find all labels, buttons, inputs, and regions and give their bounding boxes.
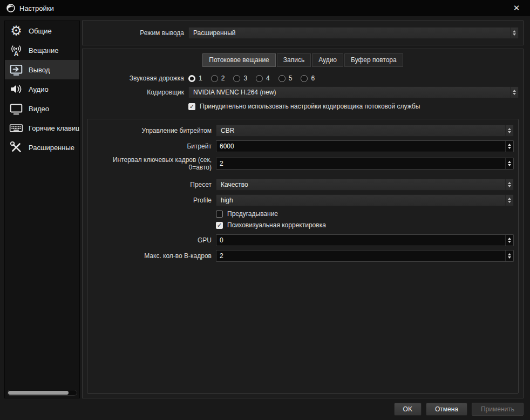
sidebar-item-advanced[interactable]: Расширенные [5,138,79,157]
max-bframes-label: Макс. кол-во B-кадров [92,252,212,260]
dialog-footer: OK Отмена Применить [0,398,530,420]
output-tabs: Потоковое вещание Запись Аудио Буфер пов… [83,53,523,67]
psycho-visual-checkbox[interactable]: ✓ [216,222,223,229]
lookahead-checkbox[interactable] [216,211,223,218]
psycho-visual-checkbox-row: ✓ Психовизуальная корректировка [216,221,514,229]
preset-label: Пресет [92,181,212,188]
spinner-arrows-icon[interactable] [505,235,513,246]
audio-track-1-radio[interactable]: 1 [188,74,202,82]
gpu-spinner[interactable]: 0 [216,234,514,246]
preset-select[interactable]: Качество [216,179,514,191]
keyframe-interval-row: Интервал ключевых кадров (сек, 0=авто) 2 [92,156,514,171]
audio-track-4-radio[interactable]: 4 [256,74,270,82]
profile-select[interactable]: high [216,194,514,206]
sidebar-item-audio[interactable]: Аудио [5,79,79,99]
sidebar-item-general[interactable]: ⚙ Общие [5,21,79,40]
audio-track-radios: 1 2 3 4 5 6 [188,74,315,82]
audio-track-row: Звуковая дорожка 1 2 3 4 5 6 [83,74,523,82]
apply-button[interactable]: Применить [472,403,524,416]
max-bframes-row: Макс. кол-во B-кадров 2 [92,250,514,262]
combo-arrows-icon [505,125,513,136]
svg-text:А: А [14,50,19,57]
combo-arrows-icon [510,28,518,38]
lookahead-checkbox-row: Предугадывание [216,210,514,218]
tab-streaming[interactable]: Потоковое вещание [202,53,276,67]
output-settings-panel: Потоковое вещание Запись Аудио Буфер пов… [82,49,524,398]
broadcast-icon: А [8,43,24,58]
check-icon: ✓ [189,104,194,110]
combo-arrows-icon [505,195,513,206]
output-mode-select[interactable]: Расширенный [188,27,519,39]
output-mode-label: Режим вывода [83,29,184,37]
encoder-label: Кодировщик [83,89,184,96]
cancel-button[interactable]: Отмена [426,403,467,416]
combo-arrows-icon [510,87,518,98]
enforce-settings-checkbox-row: ✓ Принудительно использовать настройки к… [188,103,523,110]
keyframe-interval-spinner[interactable]: 2 [216,158,514,170]
output-icon [8,62,24,77]
speaker-icon [8,82,24,97]
max-bframes-spinner[interactable]: 2 [216,250,514,262]
keyboard-icon [8,120,24,136]
keyframe-interval-label: Интервал ключевых кадров (сек, 0=авто) [92,156,212,171]
encoder-row: Кодировщик NVIDIA NVENC H.264 (new) [83,86,523,98]
spinner-arrows-icon[interactable] [505,141,513,152]
settings-nav: ⚙ Общие А Вещание [4,21,80,398]
enforce-settings-checkbox[interactable]: ✓ [188,103,195,110]
rate-control-select[interactable]: CBR [216,125,514,137]
settings-window: Настройки ✕ ⚙ Общие А [0,0,530,420]
encoder-select[interactable]: NVIDIA NVENC H.264 (new) [188,86,519,98]
preset-row: Пресет Качество [92,179,514,191]
tab-replay-buffer[interactable]: Буфер повтора [344,53,403,67]
audio-track-3-radio[interactable]: 3 [233,74,247,82]
output-mode-panel: Режим вывода Расширенный [82,21,524,45]
combo-arrows-icon [505,179,513,190]
audio-track-label: Звуковая дорожка [83,74,184,82]
audio-track-5-radio[interactable]: 5 [278,74,293,82]
sidebar-item-video[interactable]: Видео [5,99,79,118]
audio-track-2-radio[interactable]: 2 [211,74,225,82]
spinner-arrows-icon[interactable] [505,250,513,261]
sidebar-item-hotkeys[interactable]: Горячие клавиши [5,118,79,138]
enforce-settings-label: Принудительно использовать настройки код… [200,103,420,110]
monitor-icon [8,101,24,116]
sidebar-horizontal-scrollbar[interactable] [7,390,77,396]
output-mode-row: Режим вывода Расширенный [83,27,523,39]
lookahead-label: Предугадывание [227,210,278,218]
profile-label: Profile [92,197,212,204]
spinner-arrows-icon[interactable] [505,158,513,169]
obs-logo-icon [6,4,15,12]
gpu-label: GPU [92,236,212,244]
title-bar: Настройки ✕ [0,0,530,16]
ok-button[interactable]: OK [394,403,422,416]
check-icon: ✓ [217,222,222,228]
gear-icon: ⚙ [8,23,24,38]
tools-icon [8,140,24,155]
close-button[interactable]: ✕ [509,3,524,13]
sidebar-item-stream[interactable]: А Вещание [5,40,79,60]
settings-main: Режим вывода Расширенный Потоковое вещан… [82,21,524,398]
profile-row: Profile high [92,194,514,206]
scrollbar-thumb[interactable] [8,391,69,395]
bitrate-spinner[interactable]: 6000 [216,140,514,152]
rate-control-row: Управление битрейтом CBR [92,125,514,137]
bitrate-row: Битрейт 6000 [92,140,514,152]
gpu-row: GPU 0 [92,234,514,246]
audio-track-6-radio[interactable]: 6 [301,74,315,82]
tab-recording[interactable]: Запись [277,53,311,67]
rate-control-label: Управление битрейтом [92,127,212,134]
encoder-settings-group: Управление битрейтом CBR Битрейт 6000 [87,119,519,394]
tab-audio[interactable]: Аудио [312,53,343,67]
window-title: Настройки [19,4,54,12]
bitrate-label: Битрейт [92,143,212,150]
sidebar-item-output[interactable]: Вывод [5,60,79,79]
psycho-visual-label: Психовизуальная корректировка [227,221,326,229]
window-body: ⚙ Общие А Вещание [0,16,530,398]
